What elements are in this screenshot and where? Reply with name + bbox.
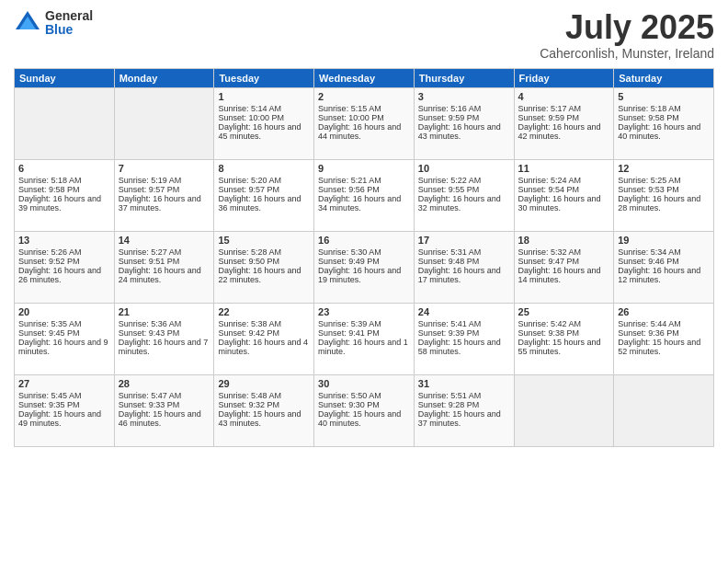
day-number: 12	[618, 163, 710, 174]
day-info: Daylight: 16 hours and 40 minutes.	[618, 122, 710, 141]
day-info: Daylight: 16 hours and 4 minutes.	[218, 338, 310, 356]
day-number: 15	[218, 235, 310, 246]
day-number: 3	[418, 91, 510, 102]
day-info: Sunset: 9:56 PM	[318, 185, 410, 194]
title-block: July 2025 Caherconlish, Munster, Ireland	[540, 9, 714, 61]
day-info: Sunset: 9:53 PM	[618, 185, 710, 194]
day-info: Sunrise: 5:17 AM	[518, 104, 610, 113]
day-info: Daylight: 16 hours and 43 minutes.	[418, 122, 510, 141]
day-number: 16	[318, 235, 410, 246]
day-info: Sunset: 9:45 PM	[18, 328, 110, 338]
calendar-cell: 17Sunrise: 5:31 AMSunset: 9:48 PMDayligh…	[414, 231, 514, 303]
day-info: Sunset: 9:32 PM	[218, 400, 310, 409]
day-number: 7	[119, 163, 210, 174]
day-number: 30	[318, 378, 410, 389]
day-info: Sunset: 9:47 PM	[518, 257, 610, 266]
page: General Blue July 2025 Caherconlish, Mun…	[0, 0, 728, 563]
day-number: 26	[618, 306, 710, 317]
day-number: 10	[418, 163, 510, 174]
day-info: Daylight: 16 hours and 34 minutes.	[318, 194, 410, 213]
day-info: Daylight: 16 hours and 30 minutes.	[518, 194, 610, 213]
day-info: Sunset: 9:55 PM	[418, 185, 510, 194]
calendar-cell: 22Sunrise: 5:38 AMSunset: 9:42 PMDayligh…	[214, 303, 314, 374]
day-info: Daylight: 16 hours and 39 minutes.	[18, 194, 110, 213]
calendar-cell: 19Sunrise: 5:34 AMSunset: 9:46 PMDayligh…	[614, 231, 714, 303]
day-info: Sunrise: 5:35 AM	[18, 319, 110, 328]
day-number: 20	[18, 306, 110, 317]
calendar-cell: 30Sunrise: 5:50 AMSunset: 9:30 PMDayligh…	[314, 374, 415, 446]
day-info: Daylight: 16 hours and 44 minutes.	[318, 122, 410, 141]
day-info: Sunset: 10:00 PM	[218, 113, 310, 122]
day-info: Sunrise: 5:21 AM	[318, 176, 410, 185]
logo-text: General Blue	[45, 9, 93, 38]
calendar-cell: 12Sunrise: 5:25 AMSunset: 9:53 PMDayligh…	[614, 159, 714, 231]
day-info: Sunset: 9:49 PM	[318, 257, 410, 266]
calendar-cell: 2Sunrise: 5:15 AMSunset: 10:00 PMDayligh…	[314, 87, 415, 159]
calendar-cell: 7Sunrise: 5:19 AMSunset: 9:57 PMDaylight…	[114, 159, 214, 231]
day-info: Sunrise: 5:41 AM	[418, 319, 510, 328]
col-header-wednesday: Wednesday	[314, 68, 415, 87]
calendar-cell: 4Sunrise: 5:17 AMSunset: 9:59 PMDaylight…	[514, 87, 614, 159]
day-number: 1	[218, 91, 310, 102]
day-number: 28	[119, 378, 210, 389]
day-info: Sunrise: 5:31 AM	[418, 247, 510, 257]
day-number: 2	[318, 91, 410, 102]
day-info: Sunrise: 5:51 AM	[418, 391, 510, 400]
day-number: 8	[218, 163, 310, 174]
day-info: Sunrise: 5:45 AM	[18, 391, 110, 400]
week-row-1: 1Sunrise: 5:14 AMSunset: 10:00 PMDayligh…	[15, 87, 714, 159]
day-number: 23	[318, 306, 410, 317]
day-info: Sunrise: 5:26 AM	[18, 247, 110, 257]
calendar-cell: 20Sunrise: 5:35 AMSunset: 9:45 PMDayligh…	[15, 303, 115, 374]
day-info: Daylight: 16 hours and 32 minutes.	[418, 194, 510, 213]
day-info: Sunset: 9:54 PM	[518, 185, 610, 194]
day-info: Sunrise: 5:16 AM	[418, 104, 510, 113]
calendar-cell: 25Sunrise: 5:42 AMSunset: 9:38 PMDayligh…	[514, 303, 614, 374]
calendar-cell: 11Sunrise: 5:24 AMSunset: 9:54 PMDayligh…	[514, 159, 614, 231]
day-info: Sunset: 9:39 PM	[418, 328, 510, 338]
day-number: 6	[18, 163, 110, 174]
day-info: Sunset: 9:59 PM	[418, 113, 510, 122]
day-info: Sunrise: 5:30 AM	[318, 247, 410, 257]
day-info: Sunset: 9:42 PM	[218, 328, 310, 338]
calendar-cell: 31Sunrise: 5:51 AMSunset: 9:28 PMDayligh…	[414, 374, 514, 446]
day-info: Daylight: 16 hours and 45 minutes.	[218, 122, 310, 141]
day-info: Sunrise: 5:47 AM	[119, 391, 210, 400]
day-info: Sunset: 9:33 PM	[119, 400, 210, 409]
day-number: 18	[518, 235, 610, 246]
day-info: Daylight: 16 hours and 12 minutes.	[618, 266, 710, 284]
logo-icon	[14, 9, 41, 37]
week-row-5: 27Sunrise: 5:45 AMSunset: 9:35 PMDayligh…	[15, 374, 714, 446]
calendar-cell: 1Sunrise: 5:14 AMSunset: 10:00 PMDayligh…	[214, 87, 314, 159]
calendar-cell: 21Sunrise: 5:36 AMSunset: 9:43 PMDayligh…	[114, 303, 214, 374]
day-info: Daylight: 15 hours and 52 minutes.	[618, 338, 710, 356]
day-number: 5	[618, 91, 710, 102]
day-info: Sunrise: 5:39 AM	[318, 319, 410, 328]
day-info: Sunrise: 5:44 AM	[618, 319, 710, 328]
day-number: 22	[218, 306, 310, 317]
day-info: Daylight: 16 hours and 19 minutes.	[318, 266, 410, 284]
day-info: Daylight: 16 hours and 24 minutes.	[119, 266, 210, 284]
calendar-cell: 3Sunrise: 5:16 AMSunset: 9:59 PMDaylight…	[414, 87, 514, 159]
day-info: Sunrise: 5:20 AM	[218, 176, 310, 185]
day-info: Sunrise: 5:19 AM	[119, 176, 210, 185]
day-info: Sunrise: 5:42 AM	[518, 319, 610, 328]
day-info: Sunset: 9:28 PM	[418, 400, 510, 409]
day-number: 27	[18, 378, 110, 389]
day-info: Sunset: 10:00 PM	[318, 113, 410, 122]
week-row-3: 13Sunrise: 5:26 AMSunset: 9:52 PMDayligh…	[15, 231, 714, 303]
day-info: Daylight: 16 hours and 36 minutes.	[218, 194, 310, 213]
calendar-cell: 18Sunrise: 5:32 AMSunset: 9:47 PMDayligh…	[514, 231, 614, 303]
day-info: Sunset: 9:46 PM	[618, 257, 710, 266]
calendar-cell: 10Sunrise: 5:22 AMSunset: 9:55 PMDayligh…	[414, 159, 514, 231]
logo-general-text: General	[45, 9, 93, 23]
day-number: 4	[518, 91, 610, 102]
day-number: 21	[119, 306, 210, 317]
calendar-cell: 15Sunrise: 5:28 AMSunset: 9:50 PMDayligh…	[214, 231, 314, 303]
day-number: 13	[18, 235, 110, 246]
day-number: 29	[218, 378, 310, 389]
calendar-cell: 24Sunrise: 5:41 AMSunset: 9:39 PMDayligh…	[414, 303, 514, 374]
day-info: Sunset: 9:57 PM	[218, 185, 310, 194]
col-header-saturday: Saturday	[614, 68, 714, 87]
day-number: 11	[518, 163, 610, 174]
